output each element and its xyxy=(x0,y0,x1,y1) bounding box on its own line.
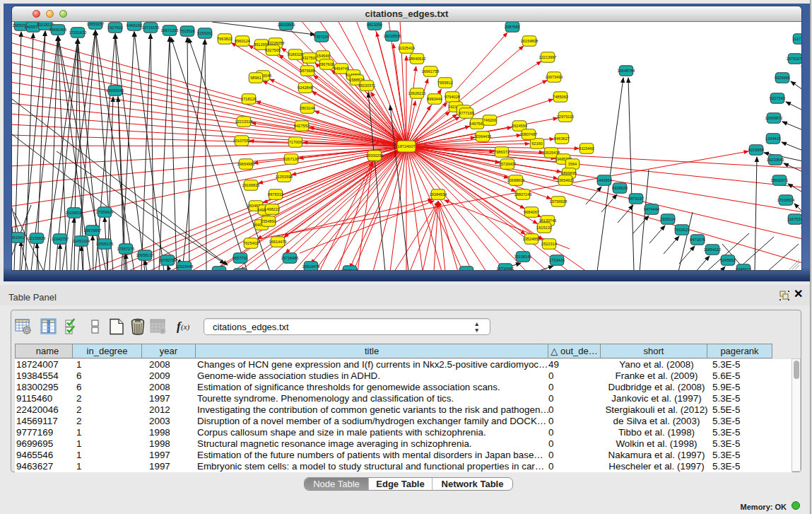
svg-text:16671355: 16671355 xyxy=(161,28,179,33)
svg-text:19756928: 19756928 xyxy=(550,199,567,204)
svg-text:8938928: 8938928 xyxy=(612,186,628,190)
svg-text:17957275: 17957275 xyxy=(117,247,135,251)
svg-text:12213319: 12213319 xyxy=(235,119,253,124)
svg-text:9777169: 9777169 xyxy=(459,111,474,115)
svg-text:98961: 98961 xyxy=(250,76,261,80)
svg-text:5155261: 5155261 xyxy=(197,31,213,35)
svg-text:62160: 62160 xyxy=(531,141,543,146)
svg-text:16120746: 16120746 xyxy=(539,218,557,223)
svg-text:2803144: 2803144 xyxy=(300,106,315,110)
svg-text:10719155: 10719155 xyxy=(142,25,160,30)
svg-text:16782759: 16782759 xyxy=(159,258,177,262)
svg-text:6497568: 6497568 xyxy=(469,122,485,126)
svg-text:7515526: 7515526 xyxy=(180,29,195,33)
svg-text:10807487: 10807487 xyxy=(520,132,538,136)
svg-text:7632621: 7632621 xyxy=(674,228,690,232)
svg-text:1440954: 1440954 xyxy=(596,178,612,182)
svg-text:9242848: 9242848 xyxy=(298,86,313,90)
svg-text:20364436: 20364436 xyxy=(474,134,492,139)
svg-text:16210643: 16210643 xyxy=(767,158,784,162)
svg-text:8471676: 8471676 xyxy=(690,238,705,242)
svg-text:746206: 746206 xyxy=(483,118,497,122)
svg-text:2554891: 2554891 xyxy=(261,219,276,223)
svg-text:(x): (x) xyxy=(181,322,190,332)
svg-text:9329966: 9329966 xyxy=(775,76,790,80)
svg-text:12156829: 12156829 xyxy=(28,236,46,240)
svg-text:12975115: 12975115 xyxy=(557,115,574,119)
svg-text:9657791: 9657791 xyxy=(233,256,248,260)
svg-text:9794028: 9794028 xyxy=(445,95,460,99)
svg-text:7955812: 7955812 xyxy=(437,81,453,85)
svg-text:2935114: 2935114 xyxy=(660,217,675,221)
svg-text:13654923: 13654923 xyxy=(557,178,575,182)
svg-text:1527602: 1527602 xyxy=(107,25,123,30)
svg-text:12342757: 12342757 xyxy=(52,237,69,241)
svg-text:18724007: 18724007 xyxy=(398,144,416,148)
svg-text:19975857: 19975857 xyxy=(84,228,102,233)
svg-text:9227343: 9227343 xyxy=(770,96,785,100)
svg-text:10782759: 10782759 xyxy=(211,269,228,270)
svg-text:8960124: 8960124 xyxy=(235,39,250,43)
svg-text:20206536: 20206536 xyxy=(66,211,83,215)
svg-text:9463627: 9463627 xyxy=(554,136,570,141)
svg-text:9327505: 9327505 xyxy=(265,48,281,52)
svg-text:7625402: 7625402 xyxy=(243,241,259,245)
svg-text:12923448: 12923448 xyxy=(176,264,194,269)
svg-text:1615132: 1615132 xyxy=(536,226,552,230)
svg-text:7663822: 7663822 xyxy=(217,37,233,41)
svg-text:12923448: 12923448 xyxy=(341,269,359,270)
svg-text:8454749: 8454749 xyxy=(334,66,349,71)
svg-text:7357224: 7357224 xyxy=(314,35,329,39)
svg-text:8878332: 8878332 xyxy=(268,192,283,197)
svg-text:2522314: 2522314 xyxy=(541,242,557,246)
svg-text:8990444: 8990444 xyxy=(427,97,442,101)
svg-text:17016504: 17016504 xyxy=(777,198,795,202)
svg-text:10958137: 10958137 xyxy=(136,253,154,257)
svg-text:2867608: 2867608 xyxy=(319,62,334,66)
svg-text:9245652: 9245652 xyxy=(720,258,736,262)
svg-text:6879197: 6879197 xyxy=(628,197,644,201)
svg-text:9684067: 9684067 xyxy=(524,210,539,214)
svg-text:1167533: 1167533 xyxy=(787,217,801,221)
svg-text:13524851: 13524851 xyxy=(523,237,541,241)
svg-text:11325419: 11325419 xyxy=(398,46,415,50)
svg-text:7485063: 7485063 xyxy=(553,95,568,99)
svg-text:391541: 391541 xyxy=(12,235,24,240)
svg-text:19654983: 19654983 xyxy=(237,162,255,166)
svg-text:10973493: 10973493 xyxy=(546,75,563,79)
svg-text:1244415: 1244415 xyxy=(765,136,781,141)
svg-text:12093872: 12093872 xyxy=(765,116,783,120)
svg-text:10653257: 10653257 xyxy=(87,22,105,26)
svg-text:16914479: 16914479 xyxy=(302,264,320,269)
svg-text:3875685: 3875685 xyxy=(300,69,315,73)
svg-text:19218506: 19218506 xyxy=(384,34,401,38)
svg-text:10688609: 10688609 xyxy=(507,178,525,182)
svg-text:154546: 154546 xyxy=(317,54,330,58)
svg-text:18220371: 18220371 xyxy=(358,83,376,88)
svg-text:2718126: 2718126 xyxy=(241,97,257,101)
svg-text:13771171: 13771171 xyxy=(458,269,475,270)
svg-text:12213967: 12213967 xyxy=(539,55,557,59)
svg-text:29053346: 29053346 xyxy=(107,88,124,93)
svg-text:16033809: 16033809 xyxy=(278,23,295,27)
svg-text:3564: 3564 xyxy=(568,162,577,166)
svg-text:11451194: 11451194 xyxy=(73,239,90,243)
svg-text:9245012: 9245012 xyxy=(736,267,751,270)
svg-text:16648784: 16648784 xyxy=(618,69,635,73)
svg-text:2087682: 2087682 xyxy=(505,25,520,29)
svg-text:8813054: 8813054 xyxy=(367,23,382,27)
svg-text:8427552: 8427552 xyxy=(294,124,310,128)
svg-text:18300295: 18300295 xyxy=(366,153,384,158)
svg-text:18640910: 18640910 xyxy=(408,57,426,61)
svg-text:717006: 717006 xyxy=(289,140,302,144)
svg-text:9327508: 9327508 xyxy=(302,56,317,60)
svg-text:20691406: 20691406 xyxy=(49,28,67,32)
svg-text:1733426: 1733426 xyxy=(549,258,565,262)
svg-text:16961758: 16961758 xyxy=(422,69,440,74)
svg-text:9115460: 9115460 xyxy=(579,146,594,151)
svg-text:1498222: 1498222 xyxy=(264,207,280,211)
svg-text:10107552: 10107552 xyxy=(233,139,251,143)
svg-text:19384554: 19384554 xyxy=(430,192,447,197)
svg-text:15751074: 15751074 xyxy=(787,57,801,61)
svg-text:1117104: 1117104 xyxy=(793,37,801,41)
